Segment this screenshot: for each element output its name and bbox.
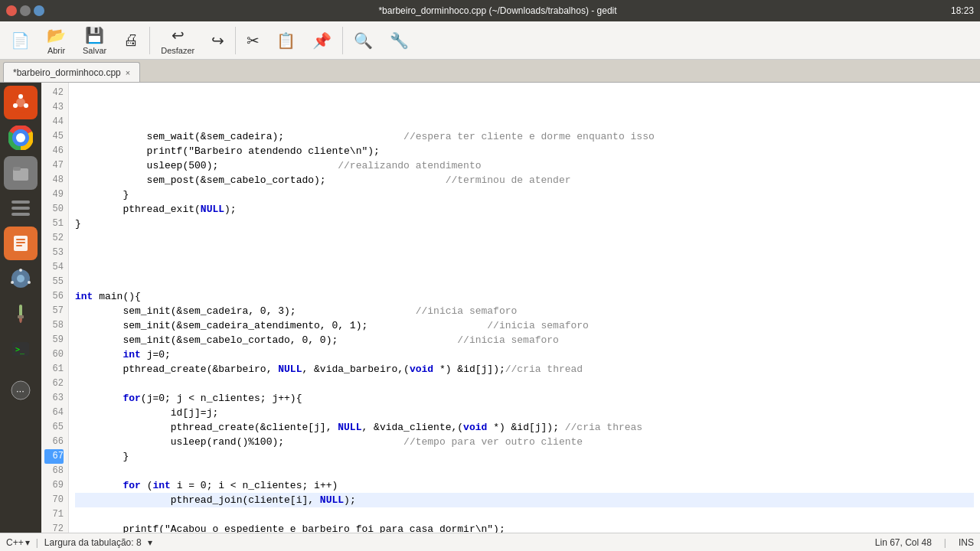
- code-line: [75, 260, 974, 275]
- sidebar: >_ ···: [0, 83, 41, 533]
- svg-point-4: [13, 103, 18, 108]
- code-line: sem_wait(&sem_cadeira); //espera ter cli…: [75, 129, 974, 144]
- line-number: 46: [44, 144, 64, 158]
- language-selector[interactable]: C++ ▾: [6, 537, 30, 548]
- code-line: }: [75, 449, 974, 464]
- tools-icon: 🔧: [390, 31, 409, 50]
- new-button[interactable]: 📄: [3, 24, 38, 57]
- svg-point-2: [18, 94, 23, 99]
- toolbar-separator-1: [149, 27, 150, 54]
- copy-icon: 📋: [276, 31, 296, 50]
- save-icon: 💾: [85, 26, 104, 44]
- toolbar-separator-2: [235, 27, 236, 54]
- code-line: }: [75, 217, 974, 231]
- svg-rect-21: [19, 305, 22, 317]
- redo-icon: ↪: [211, 31, 224, 50]
- undo-label: Desfazer: [161, 46, 194, 55]
- cut-button[interactable]: ✂: [239, 24, 267, 57]
- copy-button[interactable]: 📋: [269, 24, 303, 57]
- tab-filename: *barbeiro_dorminhoco.cpp: [13, 67, 121, 78]
- line-numbers: 4243444546474849505152535455565758596061…: [41, 83, 69, 533]
- minimize-window-icon[interactable]: [20, 5, 31, 16]
- open-label: Abrir: [47, 46, 65, 55]
- sidebar-item-brushes[interactable]: [4, 297, 38, 331]
- undo-button[interactable]: ↩ Desfazer: [153, 24, 202, 57]
- line-number: 61: [44, 362, 64, 377]
- code-line: [75, 246, 974, 260]
- open-button[interactable]: 📂 Abrir: [39, 24, 74, 57]
- insert-mode: INS: [959, 537, 974, 548]
- main-area: >_ ··· 424344454647484950515253545556575…: [0, 83, 980, 533]
- print-button[interactable]: 🖨: [116, 24, 146, 57]
- find-button[interactable]: 🔍: [346, 24, 381, 57]
- close-window-icon[interactable]: [6, 5, 17, 16]
- line-number: 53: [44, 246, 64, 260]
- code-line: [75, 275, 974, 289]
- redo-button[interactable]: ↪: [204, 24, 232, 57]
- line-number: 68: [44, 464, 64, 478]
- toolbar-separator-3: [342, 27, 343, 54]
- sidebar-item-text-editor[interactable]: [4, 227, 38, 260]
- code-line: pthread_create(&cliente[j], NULL, &vida_…: [75, 420, 974, 435]
- code-line: printf("Barbeiro atendendo cliente\n");: [75, 144, 974, 158]
- code-line: [75, 377, 974, 391]
- code-line: [75, 231, 974, 246]
- sidebar-item-settings[interactable]: [4, 191, 38, 225]
- line-number: 48: [44, 173, 64, 187]
- tab-width-dropdown-icon: ▾: [148, 537, 152, 548]
- save-button[interactable]: 💾 Salvar: [75, 24, 114, 57]
- sidebar-item-files[interactable]: [4, 156, 38, 190]
- svg-point-3: [24, 103, 28, 108]
- line-number: 65: [44, 420, 64, 435]
- line-number: 43: [44, 100, 64, 115]
- line-number: 59: [44, 333, 64, 347]
- save-label: Salvar: [83, 46, 106, 55]
- svg-point-19: [28, 281, 31, 284]
- svg-rect-15: [16, 245, 22, 246]
- sidebar-item-ubuntu[interactable]: [4, 86, 38, 119]
- line-number: 69: [44, 478, 64, 493]
- svg-rect-22: [18, 315, 24, 318]
- code-line: usleep(rand()%100); //tempo para ver out…: [75, 435, 974, 449]
- code-line: sem_init(&sem_cadeira, 0, 3); //inicia s…: [75, 304, 974, 318]
- svg-rect-8: [13, 167, 21, 171]
- svg-rect-10: [11, 207, 30, 210]
- code-line: pthread_create(&barbeiro, NULL, &vida_ba…: [75, 362, 974, 377]
- line-number: 51: [44, 217, 64, 231]
- code-content[interactable]: sem_wait(&sem_cadeira); //espera ter cli…: [69, 83, 980, 533]
- svg-point-20: [11, 281, 14, 284]
- window-title: *barbeiro_dorminhoco.cpp (~/Downloads/tr…: [51, 5, 945, 16]
- new-icon: 📄: [11, 31, 30, 50]
- line-number: 71: [44, 507, 64, 522]
- cursor-position: Lin 67, Col 48: [875, 537, 932, 548]
- line-number: 44: [44, 115, 64, 129]
- paste-button[interactable]: 📌: [305, 24, 339, 57]
- sidebar-item-more[interactable]: ···: [4, 373, 38, 407]
- tab-close-button[interactable]: ×: [126, 68, 130, 77]
- line-number: 67: [44, 449, 64, 464]
- line-number: 47: [44, 158, 64, 173]
- language-dropdown-icon: ▾: [25, 537, 30, 548]
- editor-area[interactable]: 4243444546474849505152535455565758596061…: [41, 83, 980, 533]
- code-line: for (int i = 0; i < n_clientes; i++): [75, 478, 974, 493]
- status-separator-2: |: [944, 537, 946, 548]
- sidebar-item-system[interactable]: [4, 262, 38, 295]
- line-number: 55: [44, 275, 64, 289]
- paste-icon: 📌: [312, 31, 332, 50]
- code-line: for(j=0; j < n_clientes; j++){: [75, 391, 974, 406]
- status-separator-1: |: [36, 537, 38, 548]
- line-number: 49: [44, 187, 64, 202]
- line-number: 42: [44, 86, 64, 100]
- editor-tab[interactable]: *barbeiro_dorminhoco.cpp ×: [3, 62, 140, 82]
- line-number: 56: [44, 289, 64, 304]
- line-number: 45: [44, 129, 64, 144]
- tools-button[interactable]: 🔧: [382, 24, 416, 57]
- code-line: sem_post(&sem_cabelo_cortado); //termino…: [75, 173, 974, 187]
- code-line: int j=0;: [75, 347, 974, 362]
- line-number: 60: [44, 347, 64, 362]
- svg-rect-9: [11, 201, 30, 204]
- sidebar-item-terminal[interactable]: >_: [4, 332, 38, 366]
- line-number: 52: [44, 231, 64, 246]
- language-label: C++: [6, 537, 24, 548]
- sidebar-item-chrome[interactable]: [4, 121, 38, 155]
